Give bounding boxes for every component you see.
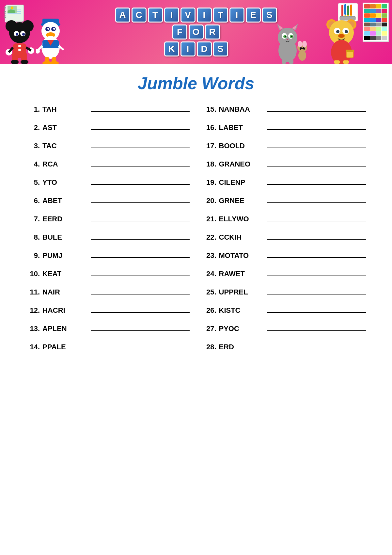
word-item: 16. LABET [203,123,366,132]
palette-color-cell [376,36,382,40]
answer-line [267,104,366,112]
word-number: 28. [203,343,216,351]
svg-rect-91 [346,50,354,52]
word-number: 23. [203,251,216,260]
word-item: 23. MOTATO [203,251,366,260]
answer-line [267,214,366,221]
answer-line [267,324,366,331]
palette-color-cell [376,13,382,18]
jumbled-word: KISTC [219,306,261,315]
word-number: 22. [203,233,216,242]
answer-line [91,104,190,112]
word-item: 3. TAC [26,141,190,150]
answer-line [267,159,366,166]
palette-color-cell [370,9,376,13]
jumbled-word: GRNEE [219,197,261,205]
word-item: 15. NANBAA [203,104,366,114]
word-number: 13. [26,325,40,333]
word-item: 17. BOOLD [203,141,366,150]
letter-i3: I [229,8,244,23]
letter-s2: S [213,41,228,56]
jumbled-word: LABET [219,123,261,132]
word-number: 2. [26,123,40,132]
answer-line [91,306,190,313]
activities-text: A C T I V I T I E S [115,8,277,23]
palette-color-cell [364,36,370,40]
mickey-character [5,15,34,64]
answer-line [91,196,190,203]
word-item: 6. ABET [26,196,190,205]
palette-color-cell [382,4,387,8]
word-item: 11. NAIR [26,287,190,296]
answer-line [267,251,366,258]
palette-color-cell [376,9,382,13]
palette-color-cell [376,27,382,31]
right-column: 15. NANBAA 16. LABET 17. BOOLD 18. GRANE… [196,104,373,360]
letter-k: K [164,41,179,56]
letter-t2: T [213,8,228,23]
svg-line-38 [9,47,13,52]
svg-point-88 [338,34,345,38]
answer-line [91,287,190,294]
word-number: 20. [203,197,216,205]
word-item: 5. YTO [26,178,190,187]
answer-line [267,141,366,148]
letter-r: R [205,24,220,40]
word-item: 22. CCKIH [203,232,366,242]
svg-rect-71 [289,60,293,64]
word-item: 1. TAH [26,104,190,114]
palette-color-cell [376,18,382,22]
jumbled-word: EERD [42,215,85,223]
words-grid: 1. TAH 2. AST 3. TAC 4. RCA 5. YTO 6. AB… [20,104,372,360]
svg-point-28 [17,36,22,39]
jumbled-word: CILENP [219,178,261,187]
jumbled-word: RAWET [219,270,261,278]
word-item: 4. RCA [26,159,190,168]
answer-line [91,123,190,130]
svg-point-46 [53,28,55,30]
page-title: Jumble Words [20,73,372,93]
word-number: 8. [26,233,40,242]
answer-line [267,287,366,294]
word-number: 5. [26,178,40,187]
word-number: 27. [203,325,216,333]
palette-color-cell [382,9,387,13]
word-number: 21. [203,215,216,223]
answer-line [267,196,366,203]
jumbled-word: KEAT [42,270,85,278]
jumbled-word: HACRI [42,306,85,315]
palette-color-cell [376,31,382,36]
answer-line [267,123,366,130]
letter-c: C [132,8,147,23]
palette-color-cell [370,36,376,40]
answer-line [267,342,366,349]
word-number: 26. [203,306,216,315]
palette-color-cell [382,13,387,18]
palette-color-cell [364,31,370,36]
word-number: 10. [26,270,40,278]
tom-jerry-character [271,18,310,64]
word-item: 18. GRANEO [203,159,366,168]
jumbled-word: APLEN [42,325,85,333]
jumbled-word: ABET [42,197,85,205]
letter-a: A [115,8,130,23]
svg-point-86 [336,30,339,33]
word-number: 3. [26,142,40,150]
letter-t: T [148,8,163,23]
word-number: 12. [26,306,40,315]
jumbled-word: RCA [42,160,85,168]
word-number: 9. [26,251,40,260]
palette-color-cell [370,13,376,18]
word-item: 27. PYOC [203,324,366,333]
svg-rect-18 [350,5,352,15]
jumbled-word: TAH [42,105,85,114]
letter-d: D [197,41,212,56]
answer-line [91,141,190,148]
word-number: 24. [203,270,216,278]
word-item: 14. PPALE [26,342,190,351]
word-item: 13. APLEN [26,324,190,333]
answer-line [267,178,366,185]
svg-point-68 [291,36,292,37]
palette-color-cell [364,18,370,22]
svg-point-78 [298,50,306,61]
